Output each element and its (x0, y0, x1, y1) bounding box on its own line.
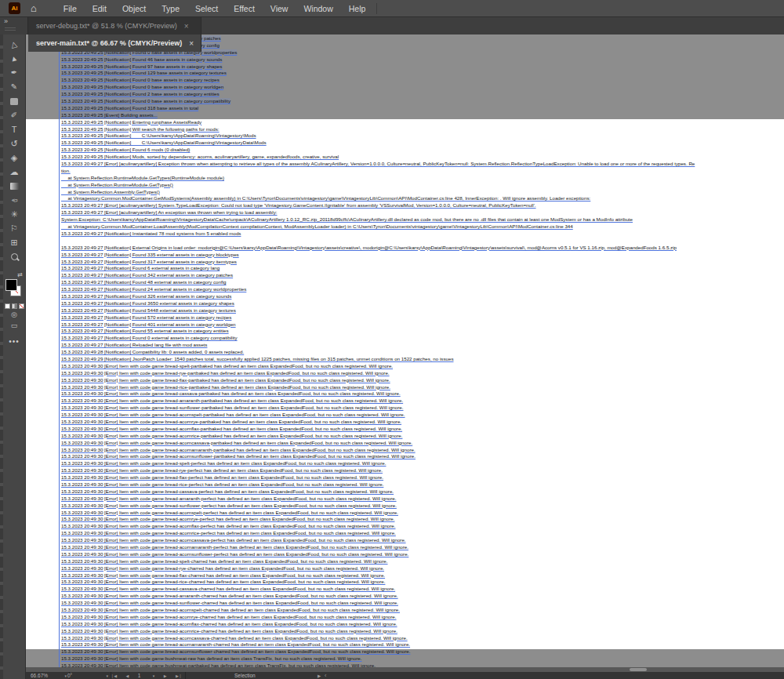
log-line: 15.3.2023 20:49:30 [Error] Item with cod… (61, 426, 784, 433)
panel-expand-icon[interactable]: » (4, 17, 7, 25)
log-line (61, 238, 784, 245)
chevron-down-icon[interactable]: ▾ (153, 674, 155, 678)
menu-item-view[interactable]: View (263, 4, 296, 13)
next-artboard-icon[interactable]: ▶ (164, 674, 167, 678)
shape-builder-tool-glyph: ☁ (10, 168, 19, 176)
zoom-tool-icon[interactable] (3, 249, 25, 263)
paint-mode-buttons (3, 303, 25, 309)
color-controls: ⇄ ◎ ▭ ••• (3, 271, 25, 346)
log-line: 15.3.2023 20:49:30 [Error] Item with cod… (61, 641, 784, 648)
artboard-number[interactable]: 1 (138, 673, 141, 678)
home-icon[interactable]: ⌂ (31, 3, 37, 13)
menu-item-edit[interactable]: Edit (85, 4, 114, 13)
eraser-tool-icon[interactable]: ◈ (3, 151, 25, 165)
document-tab-1[interactable]: server-debug.txt* @ 51.8 % (CMYK/Preview… (28, 17, 201, 34)
log-line: 15.3.2023 20:49:27 [Error] [aculinaryart… (61, 161, 784, 168)
chevron-left-icon: ‹ (325, 673, 326, 678)
menu-item-effect[interactable]: Effect (226, 4, 263, 13)
more-tools-icon[interactable]: ••• (3, 337, 25, 346)
status-bar: 66.67% ▾ 0° ▾ ❘◀ ◀ 1 ▾ ▶ ▶❘ Selection ▶ … (26, 672, 784, 679)
hand-tool-glyph: ⚐ (10, 224, 18, 233)
tab-title: server-debug.txt* @ 51.8 % (CMYK/Preview… (36, 22, 177, 30)
log-line: 15.3.2023 20:49:30 [Error] Item with cod… (61, 516, 784, 523)
swap-colors-icon[interactable]: ⇄ (3, 271, 25, 279)
curvature-tool-icon[interactable]: ✎ (3, 80, 25, 94)
log-line: 15.3.2023 20:49:25 [Notification] Found … (61, 84, 784, 91)
status-menu-arrow-icon[interactable]: ▶ (318, 672, 321, 679)
illustrator-logo-icon: Ai (9, 2, 20, 14)
direct-selection-tool-icon[interactable]: ▲ (3, 52, 25, 66)
log-line: tion. (61, 168, 784, 175)
menu-item-window[interactable]: Window (296, 4, 340, 13)
log-line: 15.3.2023 20:49:30 [Error] Item with cod… (61, 586, 784, 593)
paintbrush-tool-icon[interactable]: ✐ (3, 108, 25, 122)
fill-color-swatch[interactable] (5, 279, 17, 291)
menu-item-file[interactable]: File (56, 4, 85, 13)
type-tool-icon[interactable]: T (3, 122, 25, 136)
eyedropper-tool-icon[interactable]: ✑ (3, 193, 25, 207)
rotation-dropdown[interactable]: 0° ▾ (65, 672, 111, 679)
log-line: 15.3.2023 20:49:30 [Error] Item with cod… (61, 370, 784, 377)
document-tab-2[interactable]: server-main.txt* @ 66.67 % (CMYK/Preview… (28, 34, 201, 52)
selection-tool-icon[interactable]: △ (3, 38, 25, 52)
rotation-value: 0° (67, 673, 72, 678)
last-artboard-icon[interactable]: ▶❘ (176, 674, 182, 678)
gradient-mode-button[interactable] (12, 303, 17, 309)
none-mode-button[interactable] (19, 303, 24, 309)
document-tab-bar: » server-debug.txt* @ 51.8 % (CMYK/Previ… (0, 16, 784, 34)
log-line: 15.3.2023 20:49:29 [Notification] JsonPa… (61, 356, 784, 363)
log-text-block[interactable]: 15.3.2023 20:49:25 [Notification] Found … (59, 35, 784, 667)
pen-tool-glyph: ✒ (11, 69, 17, 77)
log-line: 15.3.2023 20:49:30 [Error] Item with cod… (61, 390, 784, 398)
menu-bar: Ai ⌂ FileEditObjectTypeSelectEffectViewW… (0, 0, 784, 16)
close-icon[interactable]: × (189, 39, 194, 48)
menu-item-select[interactable]: Select (187, 4, 226, 13)
log-line: 15.3.2023 20:49:30 [Error] Item with cod… (61, 558, 784, 565)
menu-separator (376, 3, 377, 14)
log-line: 15.3.2023 20:49:25 [Notification] Enteri… (61, 119, 784, 126)
menu-item-type[interactable]: Type (154, 4, 187, 13)
color-mode-button[interactable] (5, 303, 10, 309)
log-line: 15.3.2023 20:49:30 [Error] Item with cod… (61, 384, 784, 391)
rectangle-tool-icon[interactable] (3, 94, 25, 108)
menu-item-object[interactable]: Object (114, 4, 154, 13)
log-line: 15.3.2023 20:49:25 [Notification] Will s… (61, 126, 784, 133)
zoom-tool-glyph (11, 253, 18, 260)
fill-stroke-swatches (3, 279, 25, 301)
panel-drag-handle[interactable] (5, 27, 16, 28)
log-line: 15.3.2023 20:49:30 [Error] Item with cod… (61, 377, 784, 384)
zoom-level-dropdown[interactable]: 66.67% ▾ (29, 672, 70, 679)
hand-tool-icon[interactable]: ⚐ (3, 221, 25, 235)
first-artboard-icon[interactable]: ❘◀ (111, 674, 117, 678)
log-line: 15.3.2023 20:49:30 [Error] Item with cod… (61, 600, 784, 607)
log-line: 15.3.2023 20:49:27 [Notification] Instan… (61, 231, 784, 238)
previous-artboard-icon[interactable]: ◀ (125, 674, 129, 678)
log-line: 15.3.2023 20:49:25 [Event] Building asse… (61, 112, 784, 119)
scroll-left-chevron-icon[interactable]: ‹ (325, 672, 326, 679)
log-line: 15.3.2023 20:49:27 [Notification] Found … (61, 272, 784, 279)
log-line: 15.3.2023 20:49:25 [Notification] Found … (61, 105, 784, 112)
pen-tool-icon[interactable]: ✒ (3, 66, 25, 80)
log-line: 15.3.2023 20:49:27 [Notification] Found … (61, 265, 784, 272)
log-line: 15.3.2023 20:49:27 [Notification] Found … (61, 328, 784, 335)
rotate-tool-glyph: ↺ (10, 140, 17, 148)
menu-item-help[interactable]: Help (341, 4, 374, 13)
shape-builder-tool-icon[interactable]: ☁ (3, 165, 25, 179)
rotate-tool-icon[interactable]: ↺ (3, 136, 25, 151)
log-line: 15.3.2023 20:49:30 [Error] Item with cod… (61, 447, 784, 454)
log-line: 15.3.2023 20:49:27 [Error] [aculinaryart… (61, 202, 784, 209)
artboard-tool-glyph: ⊞ (10, 238, 17, 247)
selection-tool-glyph: △ (10, 40, 18, 49)
tab-title: server-main.txt* @ 66.67 % (CMYK/Preview… (36, 39, 182, 47)
draw-mode-icon[interactable]: ◎ (3, 309, 25, 320)
canvas[interactable]: 15.3.2023 20:49:25 [Notification] Found … (26, 34, 784, 667)
log-line: 15.3.2023 20:49:25 [Notification] C:\Use… (61, 140, 784, 147)
close-icon[interactable]: × (184, 22, 189, 31)
gradient-tool-icon[interactable] (3, 179, 25, 193)
log-line: 15.3.2023 20:49:27 [Notification] Found … (61, 300, 784, 307)
gradient-tool-glyph (10, 183, 19, 190)
artboard-tool-icon[interactable]: ⊞ (3, 235, 25, 249)
symbol-sprayer-tool-icon[interactable]: ✳ (3, 207, 25, 221)
scrollbar-thumb[interactable] (630, 668, 647, 671)
screen-mode-icon[interactable]: ▭ (3, 320, 25, 331)
